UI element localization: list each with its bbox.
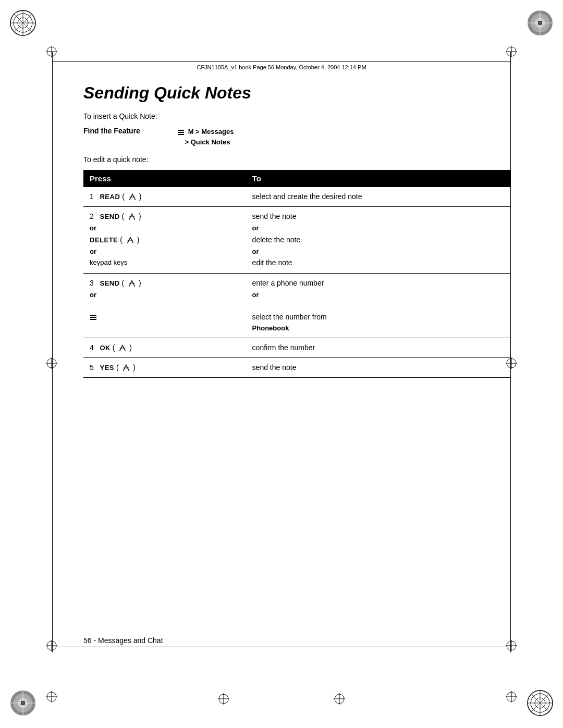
top-border — [52, 61, 511, 62]
table-header-row: Press To — [83, 170, 511, 187]
main-content: Sending Quick Notes To insert a Quick No… — [83, 83, 511, 634]
page: CFJN1105A_v1.book Page 56 Monday, Octobe… — [0, 0, 563, 728]
table-row: 3 SEND ( ) or — [83, 273, 511, 338]
reg-mark-bml — [46, 691, 57, 705]
svg-rect-56 — [178, 130, 184, 131]
table-row: 1 READ ( ) select and create the desired… — [83, 187, 511, 207]
find-feature-path: M > Messages > Quick Notes — [177, 127, 234, 147]
footer: 56 - Messages and Chat — [83, 636, 163, 645]
to-cell-1: select and create the desired note — [246, 187, 511, 207]
press-cell-2: 2 SEND ( ) or DELETE ( — [83, 207, 246, 274]
corner-circle-tr — [527, 9, 554, 39]
svg-rect-61 — [90, 319, 96, 320]
reg-mark-ml — [46, 357, 57, 371]
to-cell-3: enter a phone number or select the numbe… — [246, 273, 511, 338]
path-line2: > Quick Notes — [177, 137, 234, 147]
to-cell-5: send the note — [246, 358, 511, 378]
edit-intro: To edit a quick note: — [83, 155, 511, 164]
intro-insert: To insert a Quick Note: — [83, 112, 511, 120]
corner-circle-br — [527, 689, 554, 719]
corner-circle-bl — [9, 689, 36, 719]
corner-circle-tl — [9, 9, 36, 39]
page-title: Sending Quick Notes — [83, 83, 511, 103]
path-line1: M > Messages — [177, 127, 234, 137]
svg-rect-60 — [90, 317, 96, 318]
to-cell-4: confirm the number — [246, 338, 511, 358]
table-row: 2 SEND ( ) or DELETE ( — [83, 207, 511, 274]
table-row: 4 OK ( ) confirm the number — [83, 338, 511, 358]
col-press-header: Press — [83, 170, 246, 187]
reg-mark-bl — [46, 640, 57, 653]
press-cell-4: 4 OK ( ) — [83, 338, 246, 358]
left-border — [52, 52, 53, 652]
reg-mark-tl — [46, 46, 57, 59]
find-feature-section: Find the Feature M > Messages > Quick No… — [83, 127, 511, 147]
svg-rect-59 — [90, 315, 96, 316]
to-cell-2: send the note or delete the note or edit… — [246, 207, 511, 274]
col-to-header: To — [246, 170, 511, 187]
reg-mark-bmr — [506, 691, 517, 705]
press-cell-1: 1 READ ( ) — [83, 187, 246, 207]
reg-mark-tr — [506, 46, 517, 59]
file-reference: CFJN1105A_v1.book Page 56 Monday, Octobe… — [0, 64, 563, 70]
table-row: 5 YES ( ) send the note — [83, 358, 511, 378]
reg-mark-br — [506, 640, 517, 653]
press-cell-3: 3 SEND ( ) or — [83, 273, 246, 338]
find-feature-label: Find the Feature — [83, 127, 156, 135]
center-bottom-marks — [218, 693, 345, 705]
bottom-border — [52, 647, 511, 647]
svg-rect-57 — [178, 132, 184, 133]
press-cell-5: 5 YES ( ) — [83, 358, 246, 378]
svg-rect-58 — [178, 134, 184, 135]
instruction-table: Press To 1 READ ( ) — [83, 170, 511, 378]
